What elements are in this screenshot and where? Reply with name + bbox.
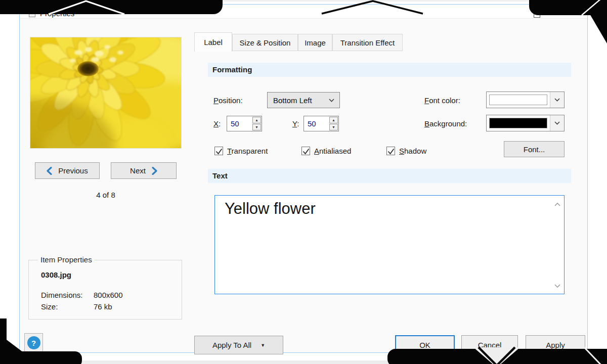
checkbox-checked-icon: [386, 147, 395, 155]
size-label: Size:: [41, 302, 94, 311]
help-button[interactable]: ?: [24, 333, 43, 352]
shadow-label: Shadow: [399, 147, 426, 155]
chevron-down-icon: [329, 99, 334, 102]
size-row: Size: 76 kb: [41, 302, 112, 311]
spin-down-icon[interactable]: ▼: [329, 124, 338, 130]
y-label: Y:: [292, 119, 299, 128]
chevron-down-icon: [550, 92, 564, 108]
font-color-swatch: [489, 95, 547, 105]
antialiased-checkbox[interactable]: Antialiased: [301, 147, 351, 155]
transparent-checkbox[interactable]: Transparent: [214, 147, 268, 155]
y-value: 50: [304, 116, 329, 131]
position-label: Position:: [213, 96, 243, 105]
shadow-checkbox[interactable]: Shadow: [386, 147, 426, 155]
scroll-up-icon[interactable]: [554, 203, 560, 206]
background-dropdown[interactable]: [486, 115, 565, 131]
apply-button[interactable]: Apply: [526, 335, 585, 354]
previous-label: Previous: [58, 166, 88, 175]
apply-to-all-button[interactable]: Apply To All ▼: [194, 336, 283, 354]
chevron-left-icon: [47, 167, 52, 175]
spin-up-icon[interactable]: ▲: [252, 117, 261, 123]
previous-button[interactable]: Previous: [35, 162, 100, 179]
dimensions-row: Dimensions: 800x600: [41, 291, 123, 299]
antialiased-label: Antialiased: [314, 147, 351, 155]
x-stepper[interactable]: 50 ▲ ▼: [227, 116, 262, 131]
background-label: Background:: [424, 119, 467, 128]
label-text-box: Yellow flower: [214, 195, 565, 294]
ok-button[interactable]: OK: [395, 335, 455, 354]
tab-transition-effect[interactable]: Transition Effect: [332, 34, 403, 51]
flower-image: [30, 37, 182, 149]
filename: 0308.jpg: [41, 270, 71, 279]
background-swatch: [489, 118, 547, 128]
checkbox-checked-icon: [214, 147, 223, 155]
cancel-button[interactable]: Cancel: [461, 335, 518, 354]
transparent-label: Transparent: [227, 147, 268, 155]
title-bar: Properties ×: [20, 5, 587, 19]
label-text-input[interactable]: Yellow flower: [215, 196, 564, 294]
x-value: 50: [227, 116, 252, 131]
y-stepper[interactable]: 50 ▲ ▼: [304, 116, 339, 131]
chevron-down-icon: [550, 115, 564, 131]
dropdown-arrow-icon: ▼: [261, 343, 265, 348]
scroll-down-icon[interactable]: [554, 284, 560, 288]
app-icon: [29, 11, 35, 17]
help-icon: ?: [27, 336, 40, 349]
checkbox-checked-icon: [301, 147, 310, 155]
tab-image[interactable]: Image: [298, 34, 332, 51]
group-legend: Item Properties: [38, 255, 95, 264]
next-label: Next: [130, 166, 146, 175]
x-label: X:: [213, 119, 221, 128]
dimensions-value: 800x600: [94, 291, 123, 299]
x-spin-buttons: ▲ ▼: [252, 116, 262, 131]
size-value: 76 kb: [94, 302, 112, 311]
position-value: Bottom Left: [273, 96, 312, 105]
image-counter: 4 of 8: [30, 191, 182, 199]
close-icon[interactable]: ×: [567, 8, 573, 18]
spin-down-icon[interactable]: ▼: [252, 124, 261, 130]
tab-label[interactable]: Label: [194, 32, 232, 52]
y-spin-buttons: ▲ ▼: [329, 116, 338, 131]
image-preview: [30, 37, 182, 149]
font-color-dropdown[interactable]: [486, 92, 565, 108]
next-button[interactable]: Next: [111, 162, 177, 179]
position-dropdown[interactable]: Bottom Left: [267, 92, 340, 108]
apply-to-all-label: Apply To All: [212, 341, 251, 349]
font-button[interactable]: Font...: [504, 141, 565, 157]
window-title: Properties: [40, 9, 74, 18]
item-properties-group: Item Properties 0308.jpg Dimensions: 800…: [28, 260, 182, 320]
text-header: Text: [208, 169, 571, 183]
tab-size-position[interactable]: Size & Position: [232, 34, 298, 51]
properties-dialog: Properties ×: [19, 4, 588, 353]
font-color-label: Font color:: [424, 96, 460, 105]
chevron-right-icon: [152, 167, 157, 175]
maximize-icon[interactable]: [534, 12, 540, 18]
dimensions-label: Dimensions:: [41, 291, 94, 299]
screen: Properties ×: [0, 0, 607, 364]
spin-up-icon[interactable]: ▲: [329, 117, 338, 123]
formatting-header: Formatting: [208, 63, 571, 77]
